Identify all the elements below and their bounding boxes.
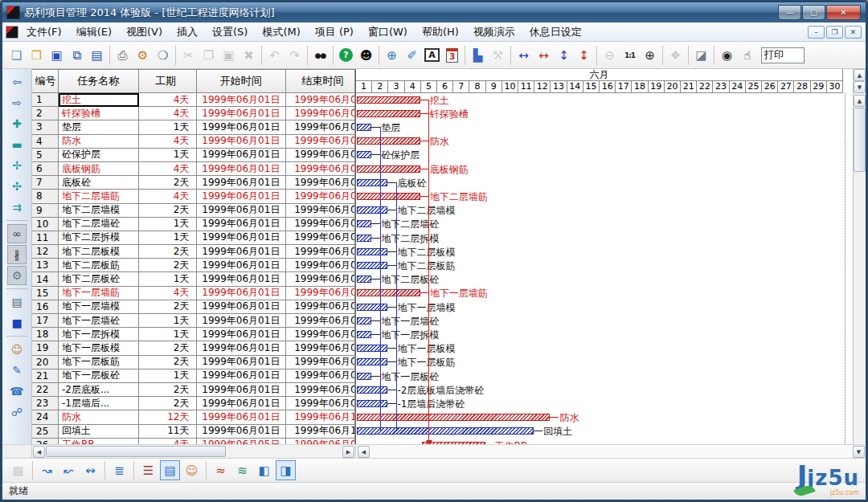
mdi-minimize-button[interactable]: – [808,26,825,39]
task-duration-cell[interactable]: 1天 [139,272,197,286]
gantt-bar[interactable] [357,304,387,311]
task-start-cell[interactable]: 1999年06月01日 [197,162,287,176]
task-end-cell[interactable]: 1999年06月0 [286,245,355,259]
task-name-cell[interactable]: -2层底板... [59,383,139,397]
network-forward-icon[interactable]: ↝ [37,460,57,480]
network-both-icon[interactable]: ↭ [80,460,100,480]
close-button[interactable]: ✕ [826,5,861,20]
task-duration-cell[interactable]: 2天 [139,176,197,190]
print-setup-icon[interactable]: ⚙ [133,45,153,65]
task-start-cell[interactable]: 1999年06月01日 [197,425,287,439]
gantt-bar[interactable] [357,317,371,324]
task-end-cell[interactable]: 1999年06月0 [286,341,355,355]
next-task-icon[interactable]: ⇨ [7,93,27,112]
menu-item-11[interactable]: 休息日设定 [522,23,589,41]
task-duration-cell[interactable]: 2天 [139,397,197,410]
prev-task-icon[interactable]: ⇦ [7,72,27,92]
task-id-cell[interactable]: 11 [32,231,59,245]
gantt-bar[interactable] [357,373,371,380]
pan-hand-icon[interactable]: ☝ [737,45,757,65]
task-start-cell[interactable]: 1999年06月01日 [197,245,287,259]
split-columns-icon[interactable]: ◧ [254,460,274,480]
task-start-cell[interactable]: 1999年06月01日 [197,356,287,369]
task-id-cell[interactable]: 14 [32,272,59,286]
gantt-bar[interactable] [357,358,387,365]
task-name-cell[interactable]: 地下一层拆模 [59,328,139,341]
task-name-cell[interactable]: 底板砼 [59,176,139,190]
menu-item-1[interactable]: 文件(F) [19,23,69,41]
task-duration-cell[interactable]: 12天 [139,410,197,424]
task-duration-cell[interactable]: 1天 [139,314,197,328]
task-id-cell[interactable]: 5 [32,149,59,162]
task-start-cell[interactable]: 1999年06月01日 [197,120,287,134]
task-start-cell[interactable]: 1999年06月01日 [197,410,287,424]
gantt-bar[interactable] [357,165,420,173]
task-end-cell[interactable]: 1999年06月0 [286,397,355,410]
day-width-expand-icon[interactable]: ↔ [514,45,534,65]
table-scroll-thumb[interactable] [46,446,226,457]
task-id-cell[interactable]: 23 [32,397,59,410]
resource-contact-icon[interactable]: ☎ [7,382,27,401]
task-name-cell[interactable]: 地下二层板砼 [59,272,139,286]
gantt-bar[interactable] [357,289,420,296]
save-all-icon[interactable]: ⧉ [67,45,87,65]
task-id-cell[interactable]: 1 [32,93,59,107]
gantt-bar[interactable] [357,414,550,421]
task-name-cell[interactable]: 地下一层板筋 [59,356,139,369]
resource-link-icon[interactable]: ☍ [7,402,27,422]
task-end-cell[interactable]: 1999年06月0 [286,259,355,272]
task-duration-cell[interactable]: 2天 [139,259,197,272]
menu-item-10[interactable]: 视频演示 [466,23,522,41]
print-input[interactable] [761,47,805,63]
print-icon[interactable]: ⎙ [113,45,133,65]
task-duration-cell[interactable]: 2天 [139,356,197,369]
task-duration-cell[interactable]: 4天 [139,439,197,444]
gantt-bar[interactable] [357,124,371,131]
task-end-cell[interactable]: 1999年06月0 [286,287,355,300]
column-header-0[interactable]: 编号 [32,69,59,93]
save-icon[interactable]: ▣ [47,45,67,65]
menu-item-9[interactable]: 帮助(H) [415,23,466,41]
task-duration-cell[interactable]: 4天 [139,107,197,120]
task-start-cell[interactable]: 1999年06月01日 [197,328,287,341]
task-end-cell[interactable]: 1999年06月0 [286,162,355,176]
task-end-cell[interactable]: 1999年06月0 [286,204,355,218]
task-name-cell[interactable]: 砼保护层 [59,149,139,162]
mdi-close-button[interactable]: ✕ [845,26,862,39]
task-start-cell[interactable]: 1999年06月01日 [197,272,287,286]
task-duration-cell[interactable]: 4天 [139,162,197,176]
task-duration-cell[interactable]: 1天 [139,369,197,383]
gantt-bar[interactable] [357,331,371,338]
task-duration-cell[interactable]: 4天 [139,93,197,107]
task-start-cell[interactable]: 1999年06月01日 [197,369,287,383]
vertical-scroll-thumb[interactable] [854,108,866,172]
task-id-cell[interactable]: 20 [32,356,59,369]
task-duration-cell[interactable]: 1天 [139,328,197,341]
task-start-cell[interactable]: 1999年06月01日 [197,176,287,190]
task-id-cell[interactable]: 10 [32,218,59,231]
task-duration-cell[interactable]: 2天 [139,204,197,218]
gantt-bar[interactable] [357,193,420,200]
task-start-cell[interactable]: 1999年06月01日 [197,231,287,245]
timescale-up-button[interactable]: ▲ [854,69,866,81]
gantt-bar[interactable] [357,427,534,435]
gantt-bar[interactable] [357,179,387,186]
task-id-cell[interactable]: 4 [32,135,59,149]
gantt-bar[interactable] [357,137,420,145]
task-duration-cell[interactable]: 4天 [139,287,197,300]
split-form-icon[interactable]: ◨ [276,460,296,480]
mdi-restore-button[interactable]: ❐ [826,26,843,39]
task-start-cell[interactable]: 1999年06月01日 [197,190,287,203]
task-name-cell[interactable]: 回填土 [59,425,139,439]
vertical-scrollbar[interactable]: ▲ ▼ ▲ [853,69,866,444]
help-icon[interactable]: ? [336,45,356,65]
gantt-bar[interactable] [357,248,387,255]
gantt-bar[interactable] [357,386,387,394]
task-name-cell[interactable]: 垫层 [59,120,139,134]
link-tasks-icon[interactable]: ∞ [7,224,27,243]
menu-item-7[interactable]: 项目 (P) [308,23,361,41]
link-options-icon[interactable]: ⚙ [7,266,27,285]
task-start-cell[interactable]: 1999年06月01日 [197,397,287,410]
timescale-view-icon[interactable]: ☰ [138,460,158,480]
insert-tasks-icon[interactable]: ✢ [7,156,27,175]
